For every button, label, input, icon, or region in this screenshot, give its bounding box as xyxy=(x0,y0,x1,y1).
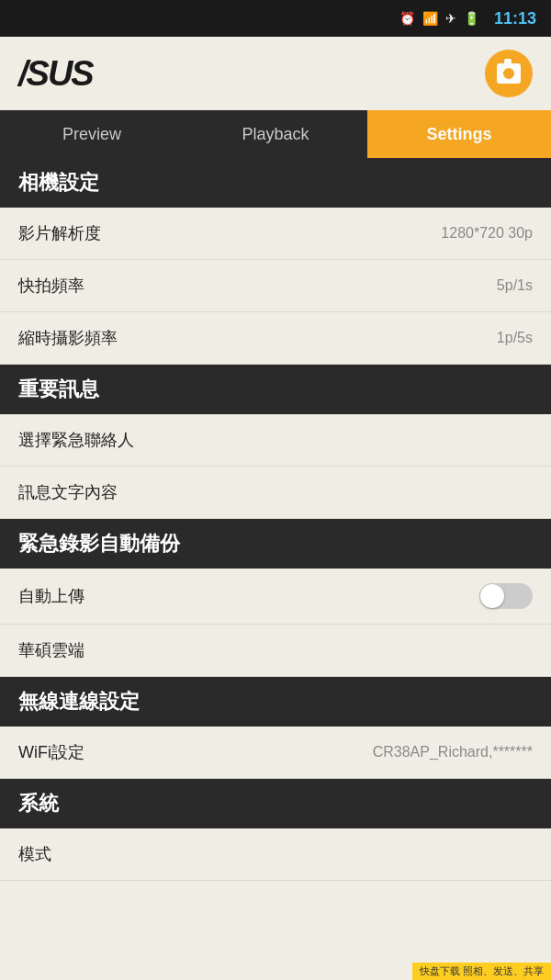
battery-icon: 🔋 xyxy=(464,11,479,26)
status-bar: ⏰ 📶 ✈ 🔋 11:13 xyxy=(0,0,551,37)
status-icons: ⏰ 📶 ✈ 🔋 11:13 xyxy=(399,9,536,28)
row-message-text[interactable]: 訊息文字內容 xyxy=(0,467,551,519)
watermark: 快盘下载 照相、发送、共享 xyxy=(412,963,551,980)
section-header-backup: 緊急錄影自動備份 xyxy=(0,519,551,569)
row-timelapse-rate[interactable]: 縮時攝影頻率 1p/5s xyxy=(0,312,551,365)
section-header-wireless: 無線連線設定 xyxy=(0,677,551,727)
status-time: 11:13 xyxy=(494,9,536,28)
airplane-icon: ✈ xyxy=(445,11,456,26)
alarm-icon: ⏰ xyxy=(399,11,415,26)
auto-upload-toggle[interactable] xyxy=(479,583,533,609)
wifi-icon: 📶 xyxy=(422,11,438,26)
app-header: /SUS xyxy=(0,37,551,110)
tab-preview[interactable]: Preview xyxy=(0,110,184,158)
toggle-knob xyxy=(480,584,504,608)
tab-playback[interactable]: Playback xyxy=(184,110,367,158)
row-video-resolution[interactable]: 影片解析度 1280*720 30p xyxy=(0,208,551,260)
tab-settings[interactable]: Settings xyxy=(367,110,551,158)
row-emergency-contact[interactable]: 選擇緊急聯絡人 xyxy=(0,414,551,467)
row-burst-rate[interactable]: 快拍頻率 5p/1s xyxy=(0,260,551,312)
section-header-important: 重要訊息 xyxy=(0,365,551,414)
section-header-system: 系統 xyxy=(0,779,551,828)
row-auto-upload[interactable]: 自動上傳 xyxy=(0,569,551,625)
camera-button[interactable] xyxy=(485,50,533,97)
asus-logo: /SUS xyxy=(18,54,93,94)
row-mode[interactable]: 模式 xyxy=(0,828,551,881)
tab-bar: Preview Playback Settings xyxy=(0,110,551,158)
row-wifi-settings[interactable]: WiFi設定 CR38AP_Richard,******* xyxy=(0,727,551,779)
row-asus-cloud[interactable]: 華碩雲端 xyxy=(0,625,551,677)
camera-icon xyxy=(497,63,521,84)
section-header-camera: 相機設定 xyxy=(0,158,551,208)
